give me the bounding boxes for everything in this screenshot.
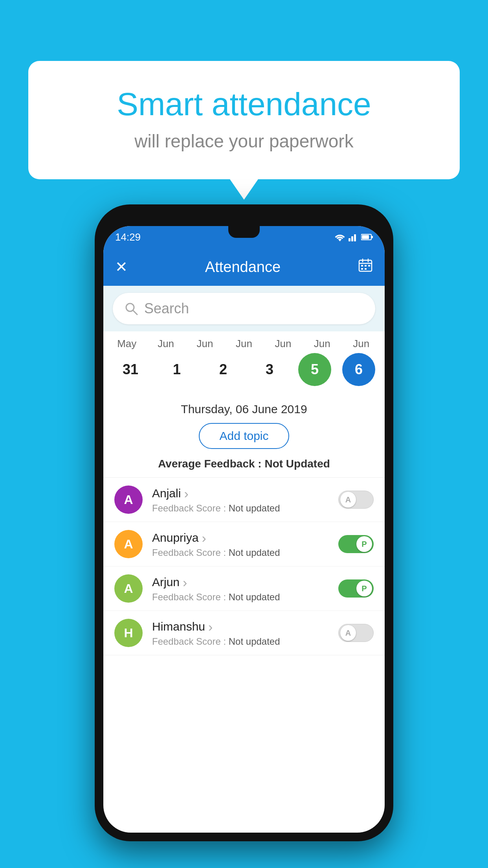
student-name-himanshu[interactable]: Himanshu [152,619,329,634]
cal-date-5[interactable]: 5 [298,353,331,386]
student-feedback-anupriya: Feedback Score : Not updated [152,547,329,558]
svg-rect-0 [349,238,350,241]
toggle-thumb-himanshu: A [340,625,356,641]
toggle-thumb-anupriya: P [356,536,372,552]
calendar-button[interactable] [358,258,373,276]
status-icons [334,233,373,241]
student-feedback-arjun: Feedback Score : Not updated [152,592,329,603]
svg-rect-14 [365,268,367,270]
student-info-anjali: Anjali Feedback Score : Not updated [152,486,329,514]
student-feedback-anjali: Feedback Score : Not updated [152,503,329,514]
cal-date-2[interactable]: 2 [205,354,241,385]
month-5: Jun [305,338,340,350]
cal-date-3[interactable]: 3 [252,354,287,385]
attendance-toggle-anjali[interactable]: A [338,491,374,509]
month-3: Jun [226,338,262,350]
month-1: Jun [148,338,183,350]
student-name-anjali[interactable]: Anjali [152,486,329,501]
student-info-anupriya: Anupriya Feedback Score : Not updated [152,530,329,558]
student-name-arjun[interactable]: Arjun [152,575,329,590]
calendar-strip: May Jun Jun Jun Jun Jun Jun 31 1 2 3 5 6 [103,331,385,396]
cal-date-31[interactable]: 31 [113,354,148,385]
toggle-arjun[interactable]: P [338,579,374,598]
search-bar[interactable]: Search [113,293,375,324]
avg-feedback: Average Feedback : Not Updated [103,455,385,477]
month-2: Jun [187,338,223,350]
phone-notch [228,226,260,238]
student-row: A Arjun Feedback Score : Not updated P [103,566,385,611]
svg-rect-4 [362,235,369,239]
toggle-thumb-anjali: A [340,492,356,508]
month-0: May [109,338,145,350]
toggle-thumb-arjun: P [356,581,372,596]
toggle-anupriya[interactable]: P [338,535,374,553]
student-info-himanshu: Himanshu Feedback Score : Not updated [152,619,329,647]
cal-date-1[interactable]: 1 [159,354,194,385]
close-button[interactable]: ✕ [115,258,128,276]
month-4: Jun [265,338,301,350]
calendar-months-row: May Jun Jun Jun Jun Jun Jun [103,338,385,350]
attendance-toggle-arjun[interactable]: P [338,579,374,598]
student-row: H Himanshu Feedback Score : Not updated … [103,611,385,655]
student-avatar-anjali: A [114,485,143,514]
attendance-toggle-anupriya[interactable]: P [338,535,374,553]
svg-rect-5 [372,236,373,238]
selected-date-label: Thursday, 06 June 2019 [103,396,385,421]
student-avatar-anupriya: A [114,530,143,558]
signal-icon [349,233,358,241]
phone-wrapper: 14:29 [95,204,393,841]
student-list: A Anjali Feedback Score : Not updated A [103,477,385,655]
bubble-subtitle: will replace your paperwork [52,131,436,152]
status-time: 14:29 [115,231,141,243]
student-row: A Anupriya Feedback Score : Not updated … [103,522,385,566]
avg-feedback-value: Not Updated [264,458,330,470]
add-topic-button[interactable]: Add topic [199,423,289,449]
search-input-placeholder[interactable]: Search [144,300,189,317]
month-6: Jun [343,338,379,350]
phone: 14:29 [95,204,393,841]
svg-rect-13 [361,268,363,270]
speech-bubble: Smart attendance will replace your paper… [28,61,460,179]
student-row: A Anjali Feedback Score : Not updated A [103,478,385,522]
content-area: Thursday, 06 June 2019 Add topic Average… [103,396,385,655]
search-bar-wrapper: Search [103,286,385,331]
toggle-himanshu[interactable]: A [338,624,374,642]
speech-bubble-wrapper: Smart attendance will replace your paper… [28,61,460,179]
svg-rect-10 [361,265,363,267]
student-avatar-himanshu: H [114,619,143,647]
attendance-toggle-himanshu[interactable]: A [338,624,374,642]
svg-rect-2 [354,234,356,241]
battery-icon [361,234,373,241]
search-icon [125,302,138,315]
student-info-arjun: Arjun Feedback Score : Not updated [152,575,329,603]
student-feedback-himanshu: Feedback Score : Not updated [152,636,329,647]
svg-rect-11 [365,265,367,267]
student-name-anupriya[interactable]: Anupriya [152,530,329,546]
svg-rect-1 [351,236,353,241]
app-bar: ✕ Attendance [103,248,385,286]
phone-screen: 14:29 [103,226,385,833]
svg-line-16 [133,311,137,314]
calendar-dates-row: 31 1 2 3 5 6 [103,350,385,392]
bubble-title: Smart attendance [52,86,436,122]
app-bar-title: Attendance [205,259,281,276]
avg-feedback-label: Average Feedback : [158,458,264,470]
svg-rect-12 [368,265,370,267]
wifi-icon [334,233,345,241]
student-avatar-arjun: A [114,574,143,603]
cal-date-6[interactable]: 6 [342,353,375,386]
toggle-anjali[interactable]: A [338,491,374,509]
